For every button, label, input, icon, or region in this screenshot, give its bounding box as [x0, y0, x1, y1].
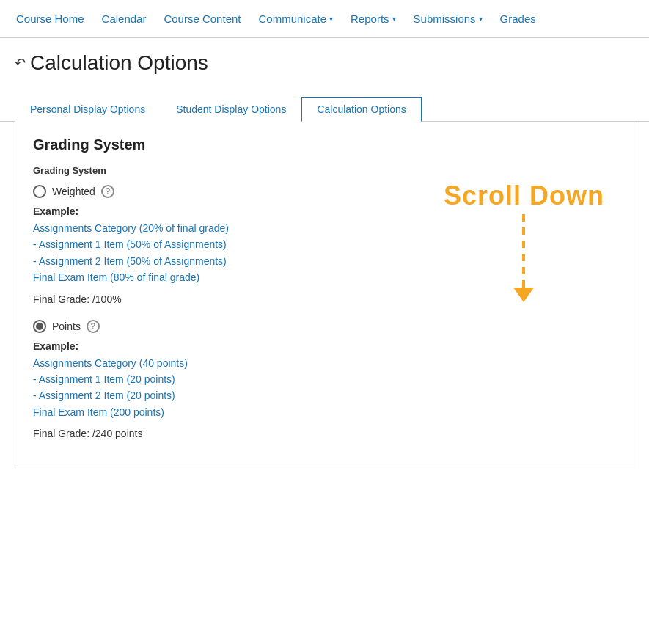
cursor-icon: ↶	[15, 55, 26, 71]
points-example-line-3: Final Exam Item (200 points)	[33, 404, 616, 420]
reports-chevron-icon: ▾	[392, 15, 396, 23]
points-label: Points	[52, 321, 81, 332]
weighted-label: Weighted	[52, 186, 95, 197]
communicate-chevron-icon: ▾	[329, 15, 333, 23]
nav-submissions[interactable]: Submissions ▾	[405, 2, 491, 35]
points-radio-row: Points ?	[33, 320, 616, 333]
main-navigation: Course Home Calendar Course Content Comm…	[0, 0, 649, 38]
points-example-line-0: Assignments Category (40 points)	[33, 355, 616, 371]
nav-course-home[interactable]: Course Home	[7, 2, 93, 35]
points-final-grade: Final Grade: /240 points	[33, 428, 616, 439]
scroll-down-arrow	[513, 214, 534, 302]
nav-grades[interactable]: Grades	[491, 2, 545, 35]
scroll-down-overlay: Scroll Down	[444, 180, 604, 302]
points-radio[interactable]	[33, 320, 46, 333]
grading-system-label: Grading System	[33, 165, 616, 176]
weighted-help-icon[interactable]: ?	[101, 185, 114, 198]
nav-reports[interactable]: Reports ▾	[342, 2, 405, 35]
tab-personal-display-options[interactable]: Personal Display Options	[15, 97, 161, 122]
points-example-line-2: - Assignment 2 Item (20 points)	[33, 387, 616, 403]
points-example-title: Example:	[33, 340, 616, 352]
points-help-icon[interactable]: ?	[87, 320, 100, 333]
page-title-area: ↶ Calculation Options	[0, 38, 649, 82]
submissions-chevron-icon: ▾	[479, 15, 483, 23]
scroll-down-text: Scroll Down	[444, 180, 604, 211]
scroll-dashed-line	[522, 214, 525, 288]
nav-course-content[interactable]: Course Content	[155, 2, 249, 35]
points-example: Example: Assignments Category (40 points…	[33, 340, 616, 440]
weighted-radio[interactable]	[33, 185, 46, 198]
nav-calendar[interactable]: Calendar	[93, 2, 155, 35]
grading-system-heading: Grading System	[33, 136, 616, 153]
main-content: Grading System Grading System Weighted ?…	[15, 122, 634, 469]
tab-calculation-options[interactable]: Calculation Options	[301, 97, 421, 122]
tab-student-display-options[interactable]: Student Display Options	[161, 97, 301, 122]
page-title: ↶ Calculation Options	[15, 51, 634, 75]
points-example-line-1: - Assignment 1 Item (20 points)	[33, 371, 616, 387]
scroll-arrow-down-icon	[513, 288, 534, 302]
nav-communicate[interactable]: Communicate ▾	[249, 2, 342, 35]
tabs-container: Personal Display Options Student Display…	[0, 82, 649, 122]
